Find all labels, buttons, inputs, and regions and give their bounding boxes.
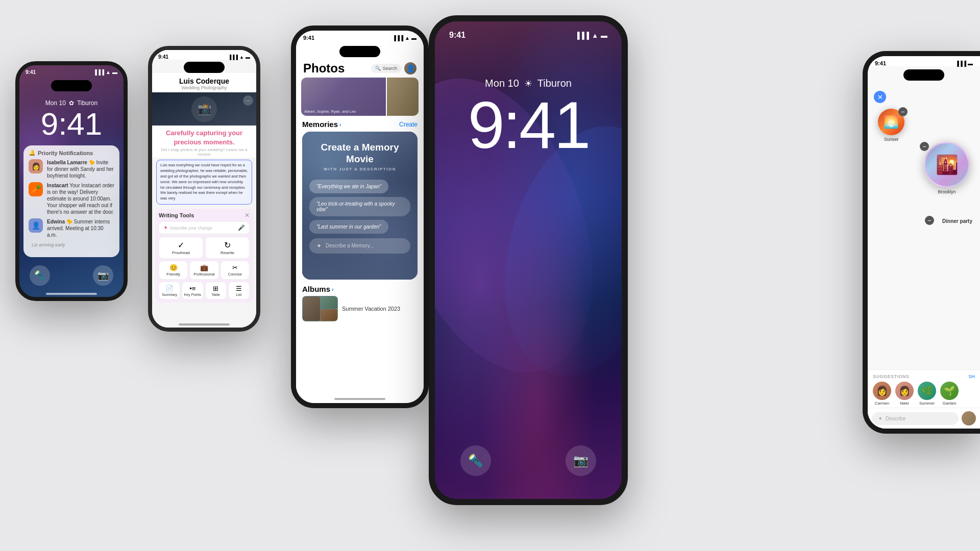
p5-brooklyn-remove-btn[interactable]: − xyxy=(920,142,929,151)
phone-3-photos: 9:41 ▐▐▐ ▲ ▬ Photos 🔍 Search 👤 xyxy=(291,26,429,408)
p2-professional-btn[interactable]: 💼 Professional xyxy=(189,261,218,280)
p5-suggest-nikki[interactable]: 👩 Nikki xyxy=(895,382,914,406)
p2-rewrite-btn[interactable]: ↻ Rewrite xyxy=(205,237,250,259)
p4-battery-icon: ▬ xyxy=(601,32,607,39)
p2-list-btn[interactable]: ☰ List xyxy=(228,282,250,299)
phone-1-lockscreen: 9:41 ▐▐▐ ▲ ▬ Mon 10 ✿ Tiburon 9:41 xyxy=(15,61,128,301)
p2-writing-tools-title: Writing Tools xyxy=(159,212,194,218)
p2-close-btn[interactable]: ✕ xyxy=(244,212,250,219)
p5-suggest-carmen[interactable]: 👩 Carmen xyxy=(873,382,891,406)
p4-flashlight-btn[interactable]: 🔦 xyxy=(460,445,491,476)
p1-notif-header: 🔔 Priority Notifications xyxy=(29,149,114,156)
p2-photographer-name: Luis Coderque xyxy=(157,77,251,85)
p5-dynamic-island xyxy=(903,69,944,81)
p4-camera-btn[interactable]: 📷 xyxy=(566,445,596,476)
p3-hero-side xyxy=(387,78,419,116)
p1-location: Tiburon xyxy=(77,99,97,107)
p2-status-time: 9:41 xyxy=(158,54,168,60)
p4-time: 9:41 xyxy=(445,92,611,158)
p5-suggestions-label: SUGGESTIONS xyxy=(873,374,910,379)
p4-signal-icon: ▐▐▐ xyxy=(575,32,589,39)
p3-search-btn[interactable]: 🔍 Search xyxy=(371,64,401,73)
p1-time: 9:41 xyxy=(24,107,118,141)
p3-dynamic-island xyxy=(339,46,380,57)
phone-5-messages: 9:41 ▐▐▐ ▬ ✕ 🌅 Sunset − xyxy=(863,51,980,434)
p1-signal-icon: ▐▐▐ xyxy=(93,69,104,75)
p2-battery: ▬ xyxy=(246,55,250,60)
p4-wifi-icon: ▲ xyxy=(592,32,598,39)
p3-memory-input[interactable]: ✦ Describe a Memory... xyxy=(309,238,410,254)
p3-memory-movie-card[interactable]: Create a Memory Movie WITH JUST A DESCRI… xyxy=(302,132,418,280)
p1-notif-3: 👤 Edwina 🐤 Summer interns arrived. Meeti… xyxy=(29,218,114,238)
p5-close-btn[interactable]: ✕ xyxy=(874,91,886,103)
p1-flashlight-btn[interactable]: 🔦 xyxy=(30,265,50,286)
p3-album-item[interactable]: Summer Vacation 2023 xyxy=(302,296,418,321)
p3-battery: ▬ xyxy=(411,35,416,41)
p1-battery-icon: ▬ xyxy=(112,69,117,75)
p2-concise-btn[interactable]: ✂ Concise xyxy=(220,261,250,280)
p2-dynamic-island xyxy=(184,62,225,73)
p5-suggest-summer[interactable]: 🌿 Summer xyxy=(918,382,936,406)
p1-notif-1: 👩 Isabella Lamarre 🐤 Invite for dinner w… xyxy=(29,159,114,179)
p3-memory-title: Create a Memory Movie xyxy=(309,142,410,165)
p5-user-avatar xyxy=(962,411,976,425)
p2-mic-icon[interactable]: 🎤 xyxy=(238,224,245,231)
p3-album-name: Summer Vacation 2023 xyxy=(342,306,400,312)
p1-date: Mon 10 xyxy=(45,99,66,107)
p1-notif-2: 🥕 Instacart Your Instacart order is on t… xyxy=(29,182,114,215)
p3-avatar-btn[interactable]: 👤 xyxy=(404,62,416,74)
p1-sun-icon: ✿ xyxy=(69,99,74,107)
p3-memories-label: Memories › xyxy=(302,120,341,129)
p2-review-prompt: Did I snap photos at your wedding? Leave… xyxy=(157,147,251,157)
p3-chip-3[interactable]: "Last summer in our garden" xyxy=(309,220,388,234)
p2-tagline-2: precious moments. xyxy=(174,138,234,146)
phones-container: 9:41 ▐▐▐ ▲ ▬ Mon 10 ✿ Tiburon 9:41 xyxy=(0,0,980,551)
p1-status-time: 9:41 xyxy=(26,69,36,75)
p3-hero-main: Aileen, Sophie, Ryan, and Leo xyxy=(301,78,386,116)
p5-suggest-garden[interactable]: 🌱 Garden xyxy=(940,382,959,406)
p5-battery: ▬ xyxy=(968,61,973,66)
phone-2-writing-tools: 9:41 ▐▐▐ ▲ ▬ Luis Coderque Wedding Photo… xyxy=(148,46,260,332)
p2-key-points-btn[interactable]: •≡ Key Points xyxy=(182,282,203,299)
p1-wifi-icon: ▲ xyxy=(106,69,111,75)
p5-brooklyn-bubble[interactable]: 🌇 Brooklyn xyxy=(924,142,970,194)
phone-4-lockscreen-large: 9:41 ▐▐▐ ▲ ▬ Mon 10 ☀ Tiburon 9:41 � xyxy=(429,15,628,505)
p5-describe-input[interactable]: ✦ Describe xyxy=(872,412,959,425)
p3-home-indicator xyxy=(334,398,385,400)
p3-memory-sub: WITH JUST A DESCRIPTION xyxy=(324,167,396,171)
p1-notif-4: Liz arriving early xyxy=(29,241,114,247)
p2-summary-btn[interactable]: 📄 Summary xyxy=(159,282,180,299)
p2-tagline-1: Carefully capturing your xyxy=(166,129,242,137)
p5-show-all[interactable]: SH xyxy=(968,374,975,379)
p2-home-indicator xyxy=(179,323,230,325)
p1-home-indicator xyxy=(46,293,97,295)
p5-status-time: 9:41 xyxy=(875,60,886,66)
p2-photographer-sub: Wedding Photography xyxy=(157,85,251,90)
p2-table-btn[interactable]: ⊞ Table xyxy=(205,282,227,299)
p5-dinner-party: Dinner party xyxy=(942,218,972,224)
p3-title: Photos xyxy=(303,61,345,76)
p2-wifi: ▲ xyxy=(239,55,244,60)
p2-signal: ▐▐▐ xyxy=(228,55,238,60)
p3-albums-label: Albums › xyxy=(302,285,418,293)
p4-status-time: 9:41 xyxy=(449,31,465,40)
p5-signal: ▐▐▐ xyxy=(955,61,966,66)
p2-friendly-btn[interactable]: 😊 Friendly xyxy=(159,261,188,280)
p3-status-time: 9:41 xyxy=(303,35,314,41)
p1-camera-btn[interactable]: 📷 xyxy=(93,265,113,286)
p3-create-link[interactable]: Create xyxy=(399,121,418,128)
p5-dinner-remove-btn[interactable]: − xyxy=(925,216,934,225)
p5-sunset-remove-btn[interactable]: − xyxy=(898,107,908,116)
p1-dynamic-island xyxy=(51,80,92,91)
p3-chip-1[interactable]: "Everything we ate in Japan" xyxy=(309,180,388,193)
p2-proofread-btn[interactable]: ✓ Proofread xyxy=(159,237,203,259)
p3-chip-2[interactable]: "Leo trick-or-treating with a spooky vib… xyxy=(309,197,410,216)
p3-wifi: ▲ xyxy=(405,35,410,41)
p3-signal: ▐▐▐ xyxy=(393,35,403,41)
p2-review-text: Luis was everything we could have hoped … xyxy=(156,160,252,205)
p2-describe-input[interactable]: Describe your change xyxy=(170,226,212,231)
